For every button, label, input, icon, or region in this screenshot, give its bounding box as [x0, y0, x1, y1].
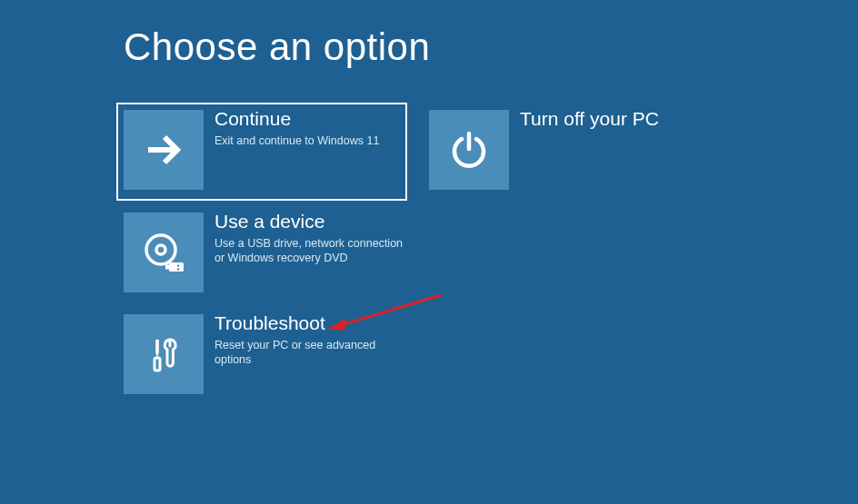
svg-rect-4 [169, 262, 184, 272]
option-use-a-device[interactable]: Use a device Use a USB drive, network co… [124, 212, 414, 292]
svg-point-3 [156, 245, 165, 254]
disc-usb-icon [124, 212, 204, 292]
svg-rect-8 [155, 340, 159, 352]
svg-rect-5 [177, 265, 179, 267]
svg-rect-10 [155, 358, 160, 371]
svg-point-2 [146, 235, 175, 264]
winre-choose-option-screen: Choose an option Continue Exit and conti… [0, 0, 858, 504]
tools-icon [124, 314, 204, 394]
option-troubleshoot-description: Reset your PC or see advanced options [214, 338, 405, 367]
svg-rect-6 [177, 268, 179, 270]
power-icon [429, 110, 509, 190]
option-turn-off-pc[interactable]: Turn off your PC [429, 110, 720, 190]
option-turn-off-pc-label: Turn off your PC [520, 108, 659, 130]
option-continue-label: Continue [214, 108, 379, 130]
option-continue[interactable]: Continue Exit and continue to Windows 11 [116, 103, 407, 201]
page-title: Choose an option [124, 25, 430, 69]
option-troubleshoot[interactable]: Troubleshoot Reset your PC or see advanc… [124, 314, 414, 394]
svg-rect-7 [165, 265, 170, 270]
option-use-a-device-label: Use a device [214, 211, 405, 232]
arrow-right-icon [124, 110, 204, 190]
option-use-a-device-description: Use a USB drive, network connection or W… [214, 236, 405, 265]
option-continue-description: Exit and continue to Windows 11 [214, 133, 379, 148]
option-troubleshoot-label: Troubleshoot [214, 312, 405, 334]
